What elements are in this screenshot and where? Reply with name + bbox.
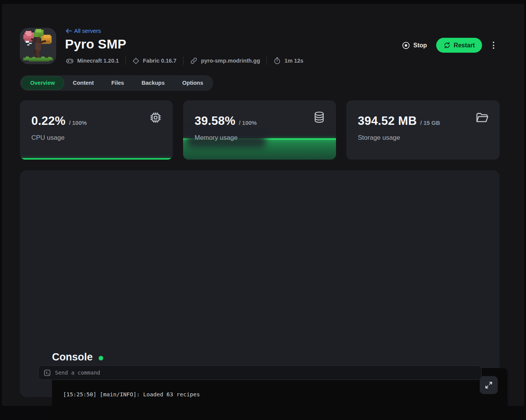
cpu-usage-card: 0.22% / 100% CPU usage [20, 100, 173, 160]
back-arrow-icon [65, 28, 72, 34]
storage-usage-limit: / 15 GB [420, 120, 440, 126]
meta-uptime: 1m 12s [273, 57, 303, 65]
stop-button-label: Stop [413, 42, 427, 49]
cpu-icon [149, 111, 162, 124]
tab-files[interactable]: Files [102, 76, 133, 90]
meta-separator [183, 57, 183, 65]
cpu-usage-limit: / 100% [69, 120, 87, 126]
server-status-dot [99, 356, 103, 360]
tab-backups[interactable]: Backups [133, 76, 173, 90]
back-link-label: All servers [74, 27, 101, 34]
storage-usage-label: Storage usage [358, 134, 400, 142]
meta-separator [125, 57, 126, 65]
console-expand-button[interactable] [480, 376, 498, 394]
expand-icon [484, 381, 493, 389]
timer-icon [273, 57, 281, 65]
stop-button[interactable]: Stop [402, 41, 427, 50]
meta-loader-label: Fabric 0.16.7 [143, 58, 177, 64]
app-window: All servers Pyro SMP Minecraft 1.20.1 [0, 0, 526, 420]
terminal-icon [44, 369, 51, 376]
server-avatar [20, 28, 56, 64]
console-title: Console [52, 351, 93, 363]
folder-open-icon [475, 111, 489, 125]
tab-bar: Overview Content Files Backups Options [20, 75, 213, 91]
kebab-dot [493, 47, 494, 49]
tab-overview[interactable]: Overview [21, 76, 64, 90]
server-meta-row: Minecraft 1.20.1 Fabric 0.16.7 pyro-smp.… [66, 57, 304, 65]
memory-usage-label: Memory usage [195, 134, 237, 142]
tab-content[interactable]: Content [64, 76, 103, 90]
memory-usage-card: 39.58% / 100% Memory usage [183, 100, 336, 160]
memory-usage-value: 39.58% [195, 114, 235, 128]
meta-address[interactable]: pyro-smp.modrinth.gg [190, 57, 260, 65]
storage-usage-card: 394.52 MB / 15 GB Storage usage [346, 100, 500, 160]
restart-button-label: Restart [454, 42, 475, 49]
header-controls: Stop Restart [402, 38, 496, 53]
database-icon [313, 111, 326, 124]
back-to-all-servers-link[interactable]: All servers [65, 27, 101, 34]
meta-loader: Fabric 0.16.7 [132, 57, 177, 65]
stop-icon [402, 41, 410, 50]
meta-address-label: pyro-smp.modrinth.gg [201, 58, 260, 64]
restart-icon [443, 42, 451, 49]
link-icon [190, 57, 198, 65]
gamepad-icon [66, 57, 74, 65]
page-title: Pyro SMP [65, 37, 126, 52]
kebab-dot [493, 42, 494, 43]
cpu-usage-fill-bar [20, 158, 173, 160]
meta-version-label: Minecraft 1.20.1 [77, 58, 119, 64]
restart-button[interactable]: Restart [436, 38, 482, 53]
meta-version: Minecraft 1.20.1 [66, 57, 119, 65]
tag-icon [132, 57, 140, 65]
log-line: [15:25:50] [main/INFO]: Loaded 63 recipe… [63, 388, 508, 401]
kebab-dot [493, 45, 494, 46]
tab-options[interactable]: Options [174, 76, 212, 90]
memory-usage-limit: / 100% [239, 120, 257, 126]
command-input-container[interactable] [38, 365, 482, 380]
seasons-tree-icon [20, 28, 56, 64]
meta-separator [266, 57, 267, 65]
command-input[interactable] [55, 370, 476, 376]
storage-usage-value: 394.52 MB [358, 114, 417, 128]
cpu-usage-label: CPU usage [31, 134, 65, 142]
more-options-button[interactable] [491, 40, 496, 50]
cpu-usage-value: 0.22% [31, 114, 65, 128]
console-panel: Console [15:25:50] [main/INFO]: Loaded 6… [20, 170, 500, 397]
meta-uptime-label: 1m 12s [284, 58, 303, 64]
